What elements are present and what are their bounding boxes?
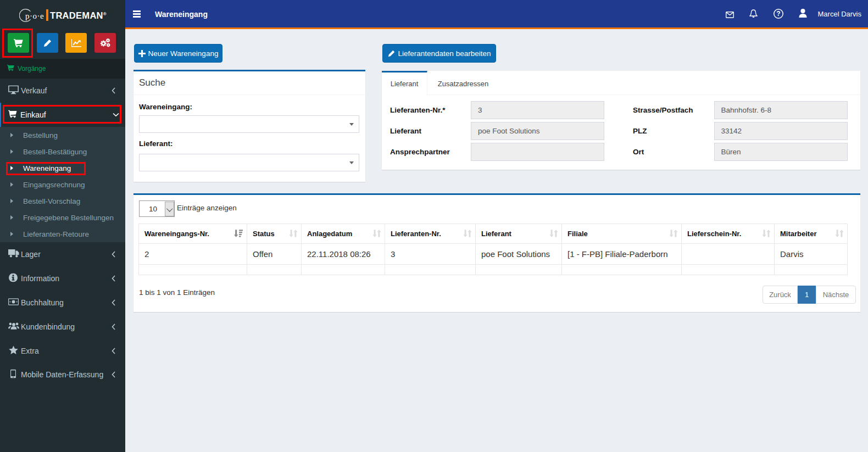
svg-text:?: ? xyxy=(776,10,780,18)
